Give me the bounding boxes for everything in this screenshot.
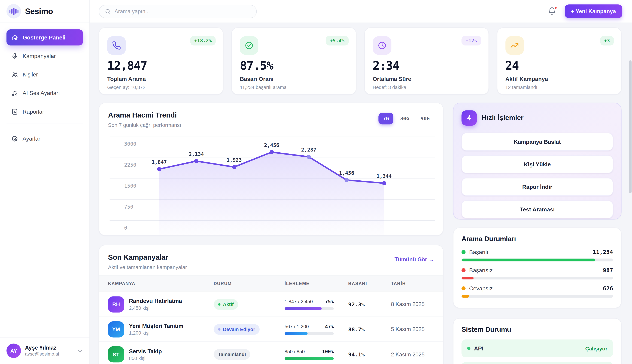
test-call-button[interactable]: Test Araması	[461, 200, 613, 218]
status-bar	[461, 276, 474, 280]
campaign-date: 5 Kasım 2025	[391, 326, 434, 332]
gear-icon	[11, 135, 18, 142]
col-header-date: TARİH	[391, 281, 434, 286]
sidebar-item-settings[interactable]: Ayarlar	[7, 130, 83, 146]
status-row-failed: Başarısız 987	[461, 267, 613, 280]
stat-badge: +3	[600, 36, 614, 46]
system-status-row-partial	[461, 362, 613, 364]
success-rate: 94.1%	[348, 351, 391, 358]
range-30d-button[interactable]: 30G	[396, 113, 414, 124]
stats-row: +18.2% 12,847 Toplam Arama Geçen ay: 10,…	[99, 27, 621, 94]
status-badge: Aktif	[214, 299, 238, 310]
svg-text:750: 750	[124, 204, 133, 210]
user-name: Ayşe Yılmaz	[25, 344, 59, 351]
table-title: Son Kampanyalar	[108, 253, 187, 262]
progress-cell: 850 / 850100%	[285, 349, 334, 360]
sidebar-item-label: AI Ses Ayarları	[23, 90, 60, 96]
stat-value: 2:34	[373, 59, 480, 72]
col-header-success: BAŞARI	[348, 281, 391, 286]
campaign-avatar: YM	[108, 321, 124, 337]
see-all-link[interactable]: Tümünü Gör →	[395, 256, 434, 262]
quick-actions-title: Hızlı İşlemler	[482, 114, 524, 122]
range-7d-button[interactable]: 7G	[378, 113, 393, 124]
user-info: Ayşe Yılmaz ayse@sesimo.ai	[25, 344, 59, 357]
chart-subtitle: Son 7 günlük çağrı performansı	[108, 122, 181, 128]
sidebar-item-campaigns[interactable]: Kampanyalar	[7, 48, 83, 64]
recent-campaigns-card: Son Kampanyalar Aktif ve tamamlanan kamp…	[99, 245, 443, 364]
progress-pct: 47%	[325, 324, 334, 329]
stat-card-active-campaigns: +3 24 Aktif Kampanya 12 tamamlandı	[497, 27, 621, 94]
stat-badge: +18.2%	[190, 36, 216, 46]
chart-svg: 30002250150075001,8472,1341,9232,4562,28…	[99, 134, 444, 235]
search-box[interactable]	[99, 4, 257, 18]
user-menu[interactable]: AY Ayşe Yılmaz ayse@sesimo.ai	[0, 337, 89, 364]
scrollbar-thumb[interactable]	[629, 60, 632, 193]
call-statuses-title: Arama Durumları	[461, 235, 613, 243]
notification-dot	[554, 6, 557, 10]
campaign-name: Randevu Hatırlatma	[129, 297, 182, 304]
status-row-success: Başarılı 11,234	[461, 249, 613, 262]
upload-contacts-button[interactable]: Kişi Yükle	[461, 156, 613, 173]
dashboard-content: +18.2% 12,847 Toplam Arama Geçen ay: 10,…	[90, 23, 632, 364]
status-bar	[461, 295, 469, 298]
app-title: Sesimo	[25, 7, 53, 16]
home-icon	[11, 34, 18, 41]
table-row[interactable]: YM Yeni Müşteri Tanıtım 1,200 kişi Devam…	[99, 317, 443, 342]
svg-text:1500: 1500	[124, 183, 136, 189]
microphone-icon	[11, 52, 18, 59]
user-email: ayse@sesimo.ai	[25, 351, 59, 357]
notifications-button[interactable]	[548, 7, 556, 16]
line-chart: 30002250150075001,8472,1341,9232,4562,28…	[108, 134, 434, 235]
stat-label: Ortalama Süre	[373, 76, 480, 82]
phone-icon	[107, 36, 126, 55]
sidebar-item-dashboard[interactable]: Gösterge Paneli	[7, 30, 83, 46]
status-label: Başarısız	[469, 267, 493, 274]
svg-text:1,923: 1,923	[227, 157, 242, 163]
search-input[interactable]	[114, 8, 251, 14]
stat-card-success-rate: +5.4% 87.5% Başarı Oranı 11,234 başarılı…	[231, 27, 356, 94]
col-header-status: DURUM	[214, 281, 284, 286]
system-state: Çalışıyor	[585, 345, 607, 351]
orange-dot-icon	[461, 286, 466, 290]
svg-text:2,456: 2,456	[264, 142, 279, 148]
svg-text:3000: 3000	[124, 141, 136, 147]
table-row[interactable]: RH Randevu Hatırlatma 2,450 kişi Aktif 1…	[99, 292, 443, 317]
progress-cell: 1,847 / 2,45075%	[285, 299, 334, 310]
table-header-row: KAMPANYA DURUM İLERLEME BAŞARI TARİH	[99, 275, 443, 292]
new-campaign-button[interactable]: + Yeni Kampanya	[565, 4, 622, 18]
search-icon	[105, 8, 111, 14]
progress-pct: 100%	[322, 349, 334, 354]
sidebar-item-contacts[interactable]: Kişiler	[7, 66, 83, 82]
campaign-name: Servis Takip	[129, 347, 162, 354]
report-document-icon	[11, 108, 18, 115]
start-campaign-button[interactable]: Kampanya Başlat	[461, 133, 613, 151]
call-volume-chart-card: Arama Hacmi Trendi Son 7 günlük çağrı pe…	[99, 103, 443, 236]
stat-value: 87.5%	[240, 59, 348, 72]
table-row[interactable]: ST Servis Takip 850 kişi Tamamlandı 850 …	[99, 342, 443, 364]
range-90d-button[interactable]: 90G	[416, 113, 434, 124]
progress-text: 850 / 850	[285, 349, 305, 354]
clock-icon	[373, 36, 391, 55]
sidebar-item-reports[interactable]: Raporlar	[7, 104, 83, 120]
sidebar: Sesimo Gösterge Paneli Kampanyalar Kişil…	[0, 0, 90, 364]
col-header-campaign: KAMPANYA	[108, 281, 214, 286]
status-badge: Devam Ediyor	[214, 324, 259, 334]
app-window: Sesimo Gösterge Paneli Kampanyalar Kişil…	[0, 0, 632, 364]
green-dot-icon	[467, 347, 470, 350]
call-statuses-card: Arama Durumları Başarılı 11,234 Başarısı…	[453, 228, 621, 308]
progress-bar	[285, 357, 334, 360]
campaign-people: 850 kişi	[129, 355, 162, 362]
quick-actions-card: Hızlı İşlemler Kampanya Başlat Kişi Yükl…	[453, 103, 621, 220]
stat-label: Toplam Arama	[107, 76, 215, 82]
green-dot-icon	[461, 250, 466, 254]
sidebar-item-label: Ayarlar	[23, 135, 40, 142]
success-rate: 88.7%	[348, 326, 391, 332]
sidebar-item-ai-voice[interactable]: AI Ses Ayarları	[7, 85, 83, 101]
campaign-people: 1,200 kişi	[129, 330, 183, 336]
download-report-button[interactable]: Rapor İndir	[461, 178, 613, 196]
topbar: + Yeni Kampanya	[90, 0, 632, 23]
progress-pct: 75%	[325, 299, 334, 304]
music-note-icon	[11, 90, 18, 96]
system-status-row-api: API Çalışıyor	[461, 340, 613, 357]
status-value: 626	[603, 285, 613, 292]
